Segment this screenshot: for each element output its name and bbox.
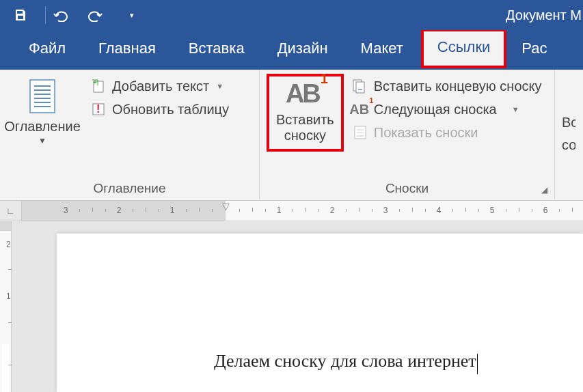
group-footnotes-label: Сноски ◢ [267,176,547,200]
insert-endnote-icon [352,78,368,94]
toc-icon [27,78,58,115]
toc-button[interactable]: Оглавление ▼ [7,74,78,145]
document-area: 2 1 Делаем сноску для слова интернет [0,221,583,392]
vertical-ruler[interactable]: 2 1 [0,221,12,392]
title-bar: ▾ Документ M [0,0,583,30]
next-footnote-label: Следующая сноска [374,102,497,117]
add-text-caret-icon: ▼ [216,82,223,90]
insert-endnote-label: Вставить концевую сноску [374,79,542,94]
ruler-corner[interactable]: ∟ [0,201,22,221]
add-text-icon: + [90,78,107,94]
qat-customize[interactable]: ▾ [120,3,144,27]
tab-references[interactable]: Ссылки [421,29,506,68]
group-toc-label: Оглавление [7,176,252,200]
redo-button[interactable] [83,3,107,27]
undo-icon [53,8,69,22]
show-notes-icon [352,124,368,141]
ruler-row: ∟ ▽ 3 2 1 1 2 3 4 5 6 [0,201,583,221]
next-footnote-icon: AB1 [352,101,368,117]
horizontal-ruler[interactable]: ▽ 3 2 1 1 2 3 4 5 6 [22,201,583,221]
tab-file[interactable]: Файл [12,30,82,70]
add-text-label: Добавить текст [112,79,209,94]
insert-footnote-label1: Вставить [276,112,334,128]
insert-endnote-button[interactable]: Вставить концевую сноску [352,78,542,94]
insert-footnote-button[interactable]: AB1 Вставить сноску [267,74,344,152]
next-footnote-caret-icon: ▼ [512,105,519,113]
qat-separator [45,6,46,24]
footnotes-dialog-launcher[interactable]: ◢ [541,185,547,195]
svg-rect-0 [30,80,55,113]
trunc-line2: со [562,137,575,153]
tab-design[interactable]: Дизайн [261,30,344,70]
document-title: Документ M [506,0,583,30]
save-icon [14,8,27,22]
page-background: Делаем сноску для слова интернет [12,221,583,392]
document-text[interactable]: Делаем сноску для слова интернет [214,351,476,371]
toc-caret-icon: ▼ [38,136,46,145]
toc-label: Оглавление [4,119,81,135]
show-notes-label: Показать сноски [374,125,478,141]
update-table-icon: ! [90,101,107,117]
redo-icon [87,8,103,22]
add-text-button[interactable]: + Добавить текст ▼ [90,78,229,94]
svg-rect-12 [356,82,364,93]
tab-truncated[interactable]: Рас [508,30,547,70]
save-button[interactable] [8,3,33,27]
group-truncated: Вс со [555,70,575,200]
undo-button[interactable] [49,3,73,27]
show-notes-button[interactable]: Показать сноски [352,124,542,141]
indent-marker-icon[interactable]: ▽ [222,201,230,212]
group-toc: Оглавление ▼ + Добавить текст ▼ ! Обнови… [0,70,260,200]
insert-footnote-icon: AB1 [286,81,325,107]
trunc-line1: Вс [562,115,575,130]
tab-layout[interactable]: Макет [344,30,420,70]
qat-caret-icon: ▾ [130,11,134,20]
svg-text:!: ! [96,103,100,115]
group-footnotes: AB1 Вставить сноску Вставить концевую сн… [260,70,555,200]
next-footnote-button[interactable]: AB1 Следующая сноска ▼ [352,101,542,117]
ribbon: Оглавление ▼ + Добавить текст ▼ ! Обнови… [0,70,583,201]
ribbon-tabs: Файл Главная Вставка Дизайн Макет Ссылки… [0,30,583,70]
update-table-button[interactable]: ! Обновить таблицу [90,101,229,117]
page[interactable]: Делаем сноску для слова интернет [57,234,583,392]
tab-home[interactable]: Главная [82,30,172,70]
tab-insert[interactable]: Вставка [172,30,261,70]
insert-footnote-label2: сноску [284,128,326,143]
svg-text:+: + [93,79,97,86]
text-cursor [477,354,478,374]
update-table-label: Обновить таблицу [112,102,229,117]
